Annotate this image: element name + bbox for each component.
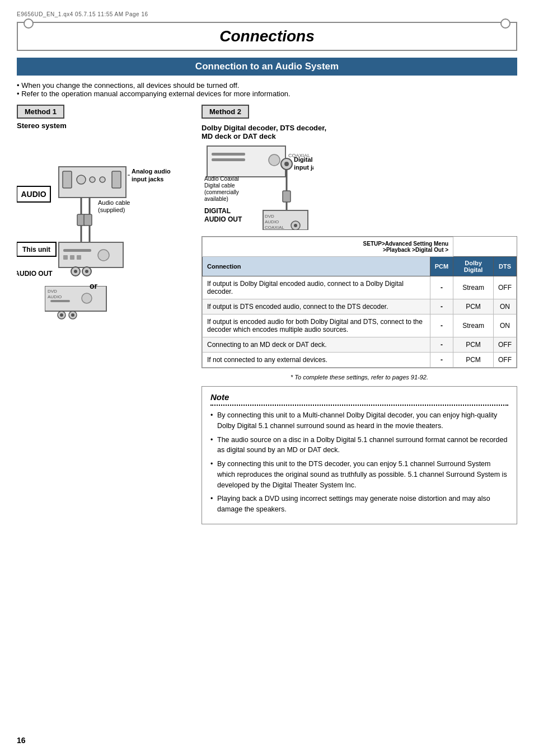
svg-rect-44 <box>212 158 245 161</box>
note-bullet-1: By connecting this unit to a Multi-chann… <box>210 410 508 431</box>
table-row: Connecting to an MD deck or DAT deck. - … <box>203 337 517 353</box>
svg-rect-16 <box>84 214 92 226</box>
page-number: 16 <box>17 736 26 745</box>
pcm-col-header: PCM <box>430 257 453 276</box>
method2-diagram-svg: COAXIAL Digital audio input jack Audio C… <box>202 140 313 230</box>
meta-line: E9656UD_EN_1.qx4 05.7.15 11:55 AM Page 1… <box>17 11 517 17</box>
section-header: Connection to an Audio System <box>17 58 517 76</box>
svg-text:Audio Coaxial: Audio Coaxial <box>204 176 239 182</box>
note-list: By connecting this unit to a Multi-chann… <box>210 410 508 515</box>
setup-header-cell: SETUP>Advanced Setting Menu>Playback >Di… <box>203 237 453 257</box>
svg-text:AUDIO: AUDIO <box>48 294 62 299</box>
svg-text:(commercially: (commercially <box>204 189 239 195</box>
svg-point-6 <box>90 177 95 182</box>
svg-text:or: or <box>90 281 98 290</box>
dolby-cell: Stream <box>453 276 494 299</box>
note-bullet-4: Playing back a DVD using incorrect setti… <box>210 494 508 515</box>
dts-cell: OFF <box>493 353 516 368</box>
svg-point-48 <box>284 162 289 166</box>
pcm-cell: - <box>430 353 453 368</box>
alt-dvd-svg: DVD AUDIO <box>45 286 118 325</box>
svg-text:Digital cable: Digital cable <box>204 182 235 189</box>
svg-text:DIGITAL: DIGITAL <box>204 207 231 215</box>
dolby-cell: Stream <box>453 314 494 337</box>
svg-text:AUDIO OUT: AUDIO OUT <box>204 215 242 223</box>
svg-text:DVD: DVD <box>265 214 274 219</box>
svg-text:Audio cable: Audio cable <box>98 199 130 206</box>
svg-text:COAXIAL: COAXIAL <box>265 225 284 230</box>
svg-point-37 <box>82 293 92 303</box>
svg-rect-22 <box>63 249 91 252</box>
dts-cell: ON <box>493 299 516 314</box>
intro-bullet-2: Refer to the operation manual accompanyi… <box>17 90 517 98</box>
svg-text:input jacks: input jacks <box>132 176 163 182</box>
main-content: Method 1 Stereo system AUDIO <box>17 105 517 524</box>
svg-text:Digital audio: Digital audio <box>294 156 313 163</box>
dolby-col-header: Dolby Digital <box>453 257 494 276</box>
svg-text:Analog audio: Analog audio <box>132 168 171 175</box>
connection-cell: If output is encoded audio for both Dolb… <box>203 314 430 337</box>
method2-box: Method 2 <box>202 105 249 119</box>
table-row: If output is Dolby Digital encoded audio… <box>203 276 517 299</box>
note-section: Note By connecting this unit to a Multi-… <box>202 386 517 524</box>
svg-text:AUDIO: AUDIO <box>265 219 279 224</box>
svg-point-45 <box>269 154 280 166</box>
settings-note: * To complete these settings, refer to p… <box>202 374 517 381</box>
svg-rect-36 <box>50 300 70 302</box>
dts-cell: ON <box>493 314 516 337</box>
connection-table-wrapper: SETUP>Advanced Setting Menu>Playback >Di… <box>202 236 517 368</box>
svg-text:AUDIO OUT: AUDIO OUT <box>17 270 53 278</box>
method1-diagram-svg: AUDIO Analog audio input jacks <box>17 133 174 290</box>
svg-point-7 <box>100 177 105 182</box>
svg-point-31 <box>85 270 88 273</box>
table-row: If not connected to any external devices… <box>203 353 517 368</box>
svg-rect-25 <box>70 255 74 260</box>
svg-point-41 <box>71 313 74 317</box>
svg-point-29 <box>74 270 77 273</box>
connection-cell: If not connected to any external devices… <box>203 353 430 368</box>
left-diagram: Method 1 Stereo system AUDIO <box>17 105 190 524</box>
svg-rect-24 <box>63 255 68 260</box>
pcm-cell: - <box>430 337 453 353</box>
right-section: Method 2 Dolby Digital decoder, DTS deco… <box>202 105 517 524</box>
intro-bullets: When you change the connections, all dev… <box>17 81 517 98</box>
connection-col-header: Connection <box>203 257 430 276</box>
dts-cell: OFF <box>493 337 516 353</box>
svg-text:available): available) <box>204 196 228 202</box>
connection-cell: If output is Dolby Digital encoded audio… <box>203 276 430 299</box>
connection-cell: If output is DTS encoded audio, connect … <box>203 299 430 314</box>
dts-col-header: DTS <box>493 257 516 276</box>
intro-bullet-1: When you change the connections, all dev… <box>17 81 517 90</box>
note-dots <box>210 405 508 406</box>
method2-device-label: Dolby Digital decoder, DTS decoder,MD de… <box>202 124 326 140</box>
method1-box: Method 1 <box>17 105 64 119</box>
svg-text:This unit: This unit <box>22 246 50 253</box>
svg-point-65 <box>294 224 297 227</box>
page-wrapper: E9656UD_EN_1.qx4 05.7.15 11:55 AM Page 1… <box>0 0 534 756</box>
svg-point-5 <box>77 175 86 184</box>
svg-rect-26 <box>77 255 81 260</box>
svg-text:(supplied): (supplied) <box>98 206 125 213</box>
connection-cell: Connecting to an MD deck or DAT deck. <box>203 337 430 353</box>
svg-point-23 <box>98 250 109 261</box>
table-row: If output is encoded audio for both Dolb… <box>203 314 517 337</box>
svg-rect-4 <box>112 171 121 188</box>
svg-text:input jack: input jack <box>294 164 313 171</box>
svg-point-39 <box>60 313 63 317</box>
pcm-cell: - <box>430 299 453 314</box>
note-title: Note <box>210 392 508 402</box>
page-title-box: Connections <box>17 22 517 51</box>
dolby-cell: PCM <box>453 353 494 368</box>
page-title: Connections <box>219 27 315 45</box>
stereo-system-label: Stereo system <box>17 121 190 130</box>
dolby-cell: PCM <box>453 299 494 314</box>
connection-table: SETUP>Advanced Setting Menu>Playback >Di… <box>202 237 517 368</box>
note-bullet-3: By connecting this unit to the DTS decod… <box>210 459 508 490</box>
svg-rect-3 <box>63 171 72 188</box>
table-row: If output is DTS encoded audio, connect … <box>203 299 517 314</box>
dolby-cell: PCM <box>453 337 494 353</box>
svg-text:AUDIO: AUDIO <box>21 190 46 199</box>
note-bullet-2: The audio source on a disc in a Dolby Di… <box>210 435 508 456</box>
svg-rect-56 <box>283 191 291 202</box>
pcm-cell: - <box>430 276 453 299</box>
